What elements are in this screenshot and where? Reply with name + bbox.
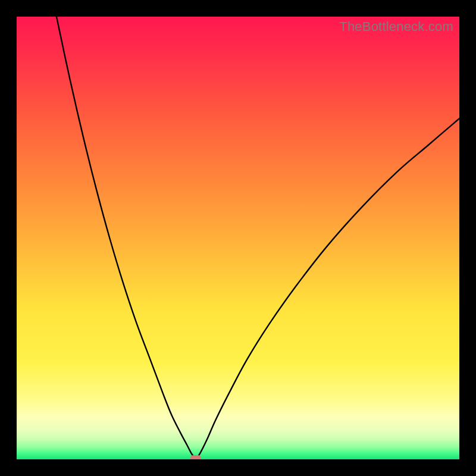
watermark-label: TheBottleneck.com [339, 19, 453, 35]
curve-left-branch [57, 17, 196, 459]
chart-frame: TheBottleneck.com [0, 0, 476, 476]
bottleneck-curve [17, 17, 459, 459]
plot-area: TheBottleneck.com [17, 17, 459, 459]
notch-marker [190, 455, 201, 459]
curve-right-branch [196, 118, 459, 459]
